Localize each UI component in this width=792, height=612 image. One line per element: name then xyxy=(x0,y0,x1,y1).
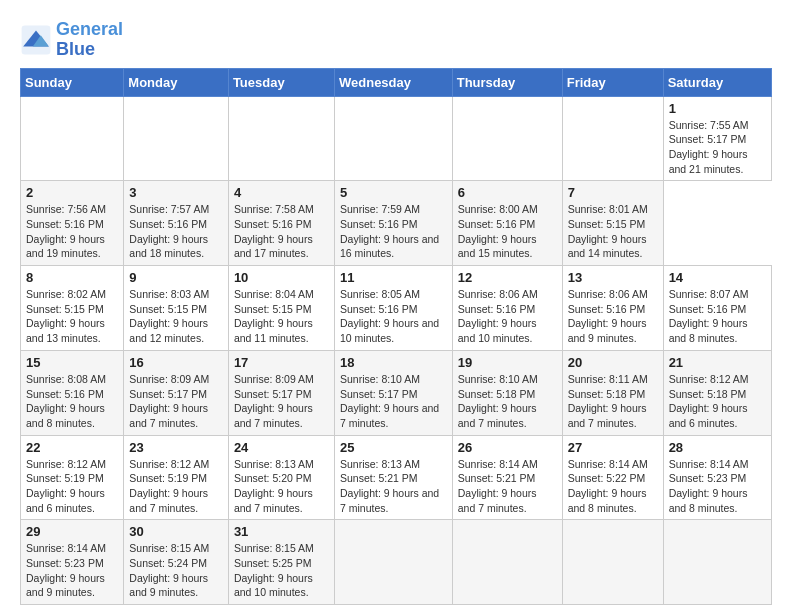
empty-cell xyxy=(452,96,562,181)
calendar-day-cell: 30 Sunrise: 8:15 AM Sunset: 5:24 PM Dayl… xyxy=(124,520,229,605)
calendar-day-cell: 14 Sunrise: 8:07 AM Sunset: 5:16 PM Dayl… xyxy=(663,266,771,351)
calendar-day-cell: 28 Sunrise: 8:14 AM Sunset: 5:23 PM Dayl… xyxy=(663,435,771,520)
day-info: Sunrise: 8:07 AM Sunset: 5:16 PM Dayligh… xyxy=(669,287,766,346)
logo-icon xyxy=(20,24,52,56)
empty-cell xyxy=(334,96,452,181)
day-number: 17 xyxy=(234,355,329,370)
day-info: Sunrise: 7:58 AM Sunset: 5:16 PM Dayligh… xyxy=(234,202,329,261)
page-header: General Blue xyxy=(20,20,772,60)
day-number: 30 xyxy=(129,524,223,539)
day-info: Sunrise: 7:57 AM Sunset: 5:16 PM Dayligh… xyxy=(129,202,223,261)
calendar-day-cell: 15 Sunrise: 8:08 AM Sunset: 5:16 PM Dayl… xyxy=(21,350,124,435)
day-number: 26 xyxy=(458,440,557,455)
calendar-day-cell: 10 Sunrise: 8:04 AM Sunset: 5:15 PM Dayl… xyxy=(228,266,334,351)
calendar-day-cell: 4 Sunrise: 7:58 AM Sunset: 5:16 PM Dayli… xyxy=(228,181,334,266)
calendar-day-cell: 20 Sunrise: 8:11 AM Sunset: 5:18 PM Dayl… xyxy=(562,350,663,435)
day-number: 22 xyxy=(26,440,118,455)
day-info: Sunrise: 8:06 AM Sunset: 5:16 PM Dayligh… xyxy=(458,287,557,346)
calendar-day-cell: 25 Sunrise: 8:13 AM Sunset: 5:21 PM Dayl… xyxy=(334,435,452,520)
logo-text: General Blue xyxy=(56,20,123,60)
weekday-header-saturday: Saturday xyxy=(663,68,771,96)
calendar-week-row: 29 Sunrise: 8:14 AM Sunset: 5:23 PM Dayl… xyxy=(21,520,772,605)
day-number: 1 xyxy=(669,101,766,116)
day-info: Sunrise: 8:12 AM Sunset: 5:18 PM Dayligh… xyxy=(669,372,766,431)
weekday-header-row: SundayMondayTuesdayWednesdayThursdayFrid… xyxy=(21,68,772,96)
day-info: Sunrise: 8:09 AM Sunset: 5:17 PM Dayligh… xyxy=(129,372,223,431)
day-info: Sunrise: 8:13 AM Sunset: 5:20 PM Dayligh… xyxy=(234,457,329,516)
calendar-day-cell: 17 Sunrise: 8:09 AM Sunset: 5:17 PM Dayl… xyxy=(228,350,334,435)
calendar-day-cell: 31 Sunrise: 8:15 AM Sunset: 5:25 PM Dayl… xyxy=(228,520,334,605)
day-info: Sunrise: 8:03 AM Sunset: 5:15 PM Dayligh… xyxy=(129,287,223,346)
day-number: 14 xyxy=(669,270,766,285)
calendar-week-row: 22 Sunrise: 8:12 AM Sunset: 5:19 PM Dayl… xyxy=(21,435,772,520)
day-info: Sunrise: 7:55 AM Sunset: 5:17 PM Dayligh… xyxy=(669,118,766,177)
day-number: 7 xyxy=(568,185,658,200)
day-info: Sunrise: 8:09 AM Sunset: 5:17 PM Dayligh… xyxy=(234,372,329,431)
calendar-day-cell: 3 Sunrise: 7:57 AM Sunset: 5:16 PM Dayli… xyxy=(124,181,229,266)
calendar-day-cell: 1 Sunrise: 7:55 AM Sunset: 5:17 PM Dayli… xyxy=(663,96,771,181)
day-number: 3 xyxy=(129,185,223,200)
day-number: 25 xyxy=(340,440,447,455)
calendar-day-cell: 22 Sunrise: 8:12 AM Sunset: 5:19 PM Dayl… xyxy=(21,435,124,520)
day-number: 23 xyxy=(129,440,223,455)
day-info: Sunrise: 8:10 AM Sunset: 5:18 PM Dayligh… xyxy=(458,372,557,431)
day-info: Sunrise: 8:04 AM Sunset: 5:15 PM Dayligh… xyxy=(234,287,329,346)
day-info: Sunrise: 8:14 AM Sunset: 5:23 PM Dayligh… xyxy=(669,457,766,516)
day-info: Sunrise: 8:14 AM Sunset: 5:22 PM Dayligh… xyxy=(568,457,658,516)
day-number: 4 xyxy=(234,185,329,200)
calendar-week-row: 15 Sunrise: 8:08 AM Sunset: 5:16 PM Dayl… xyxy=(21,350,772,435)
weekday-header-wednesday: Wednesday xyxy=(334,68,452,96)
day-info: Sunrise: 8:10 AM Sunset: 5:17 PM Dayligh… xyxy=(340,372,447,431)
empty-cell xyxy=(452,520,562,605)
day-info: Sunrise: 8:02 AM Sunset: 5:15 PM Dayligh… xyxy=(26,287,118,346)
weekday-header-monday: Monday xyxy=(124,68,229,96)
day-number: 31 xyxy=(234,524,329,539)
day-info: Sunrise: 8:00 AM Sunset: 5:16 PM Dayligh… xyxy=(458,202,557,261)
day-number: 11 xyxy=(340,270,447,285)
day-number: 10 xyxy=(234,270,329,285)
calendar-day-cell: 27 Sunrise: 8:14 AM Sunset: 5:22 PM Dayl… xyxy=(562,435,663,520)
day-number: 24 xyxy=(234,440,329,455)
calendar-week-row: 1 Sunrise: 7:55 AM Sunset: 5:17 PM Dayli… xyxy=(21,96,772,181)
weekday-header-friday: Friday xyxy=(562,68,663,96)
day-number: 19 xyxy=(458,355,557,370)
calendar-week-row: 2 Sunrise: 7:56 AM Sunset: 5:16 PM Dayli… xyxy=(21,181,772,266)
day-info: Sunrise: 8:05 AM Sunset: 5:16 PM Dayligh… xyxy=(340,287,447,346)
day-number: 20 xyxy=(568,355,658,370)
empty-cell xyxy=(21,96,124,181)
day-info: Sunrise: 8:12 AM Sunset: 5:19 PM Dayligh… xyxy=(26,457,118,516)
day-number: 12 xyxy=(458,270,557,285)
calendar-day-cell: 7 Sunrise: 8:01 AM Sunset: 5:15 PM Dayli… xyxy=(562,181,663,266)
day-number: 29 xyxy=(26,524,118,539)
weekday-header-sunday: Sunday xyxy=(21,68,124,96)
day-number: 27 xyxy=(568,440,658,455)
calendar-day-cell: 13 Sunrise: 8:06 AM Sunset: 5:16 PM Dayl… xyxy=(562,266,663,351)
calendar-week-row: 8 Sunrise: 8:02 AM Sunset: 5:15 PM Dayli… xyxy=(21,266,772,351)
calendar-day-cell: 19 Sunrise: 8:10 AM Sunset: 5:18 PM Dayl… xyxy=(452,350,562,435)
calendar-day-cell: 29 Sunrise: 8:14 AM Sunset: 5:23 PM Dayl… xyxy=(21,520,124,605)
empty-cell xyxy=(228,96,334,181)
day-info: Sunrise: 8:12 AM Sunset: 5:19 PM Dayligh… xyxy=(129,457,223,516)
day-number: 16 xyxy=(129,355,223,370)
calendar-day-cell: 16 Sunrise: 8:09 AM Sunset: 5:17 PM Dayl… xyxy=(124,350,229,435)
day-number: 6 xyxy=(458,185,557,200)
calendar-day-cell: 26 Sunrise: 8:14 AM Sunset: 5:21 PM Dayl… xyxy=(452,435,562,520)
day-info: Sunrise: 8:08 AM Sunset: 5:16 PM Dayligh… xyxy=(26,372,118,431)
empty-cell xyxy=(124,96,229,181)
calendar-day-cell: 5 Sunrise: 7:59 AM Sunset: 5:16 PM Dayli… xyxy=(334,181,452,266)
calendar-day-cell: 18 Sunrise: 8:10 AM Sunset: 5:17 PM Dayl… xyxy=(334,350,452,435)
day-number: 18 xyxy=(340,355,447,370)
calendar-day-cell: 8 Sunrise: 8:02 AM Sunset: 5:15 PM Dayli… xyxy=(21,266,124,351)
day-info: Sunrise: 8:11 AM Sunset: 5:18 PM Dayligh… xyxy=(568,372,658,431)
day-info: Sunrise: 8:06 AM Sunset: 5:16 PM Dayligh… xyxy=(568,287,658,346)
calendar-table: SundayMondayTuesdayWednesdayThursdayFrid… xyxy=(20,68,772,606)
day-number: 8 xyxy=(26,270,118,285)
day-info: Sunrise: 8:14 AM Sunset: 5:21 PM Dayligh… xyxy=(458,457,557,516)
day-number: 28 xyxy=(669,440,766,455)
day-number: 13 xyxy=(568,270,658,285)
empty-cell xyxy=(562,520,663,605)
day-info: Sunrise: 8:14 AM Sunset: 5:23 PM Dayligh… xyxy=(26,541,118,600)
calendar-day-cell: 23 Sunrise: 8:12 AM Sunset: 5:19 PM Dayl… xyxy=(124,435,229,520)
day-info: Sunrise: 8:01 AM Sunset: 5:15 PM Dayligh… xyxy=(568,202,658,261)
empty-cell xyxy=(334,520,452,605)
